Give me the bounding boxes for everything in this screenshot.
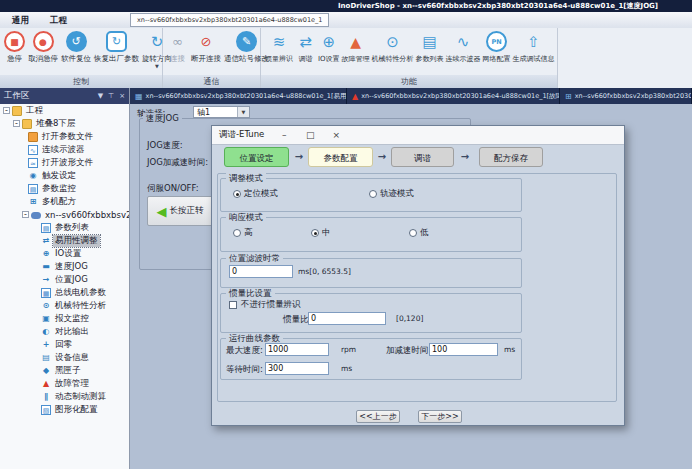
fault-management-button[interactable]: ▲ 故障管理 xyxy=(341,30,371,64)
connect-button[interactable]: ∞ 连接 xyxy=(166,30,189,64)
radio-response-high[interactable] xyxy=(233,229,241,237)
tree-item-homing[interactable]: + 回零 xyxy=(0,338,129,351)
factory-reset-button[interactable]: ↻ 恢复出厂参数 xyxy=(93,30,140,64)
menu-tab-project[interactable]: 工程 xyxy=(44,12,73,28)
tree-item-param-list[interactable]: ▤ 参数列表 xyxy=(0,221,129,234)
tree-item-usability-tuning[interactable]: ⇄ 易用性调整 xyxy=(0,234,129,247)
param-list-button[interactable]: ▤ 参数列表 xyxy=(415,30,445,64)
collapse-icon[interactable]: - xyxy=(13,120,20,127)
cancel-estop-button[interactable]: ● 取消急停 xyxy=(27,30,59,64)
tree-item-label: IO设置 xyxy=(53,248,83,260)
tree-item-param-monitor[interactable]: ▤ 参数监控 xyxy=(0,182,129,195)
inertia-ratio-input[interactable] xyxy=(308,312,386,325)
tree-item-fault-management[interactable]: ▲ 故障管理 xyxy=(0,377,129,390)
inertia-id-button[interactable]: ≋ 惯量辨识 xyxy=(264,30,294,64)
device-icon xyxy=(31,212,41,219)
tree-item-oscilloscope[interactable]: ∿ 连续示波器 xyxy=(0,143,129,156)
tree-item-device-info[interactable]: ▤ 设备信息 xyxy=(0,351,129,364)
tree-item-dynamic-brake-calc[interactable]: ∥ 动态制动测算 xyxy=(0,390,129,403)
collapse-icon[interactable]: - xyxy=(3,107,10,114)
wizard-step-recipe-save[interactable]: 配方保存 xyxy=(479,147,543,167)
maximize-button[interactable]: □ xyxy=(304,130,316,140)
tree-item-graphic-config[interactable]: ▧ 图形化配置 xyxy=(0,403,129,416)
radio-response-mid[interactable] xyxy=(311,229,319,237)
mech-analysis-button[interactable]: ⊙ 机械特性分析 xyxy=(371,30,415,64)
ribbon-button-label: 故障管理 xyxy=(342,54,370,64)
black-box-icon: ◆ xyxy=(41,366,51,376)
positioning-mode-label[interactable]: 定位模式 xyxy=(244,188,278,200)
tree-item-trigger-setting[interactable]: ◉ 触发设定 xyxy=(0,169,129,182)
wait-time-unit: ms xyxy=(341,364,352,373)
tree-item-label: 打开参数文件 xyxy=(40,131,95,143)
collapse-icon[interactable]: - xyxy=(22,211,29,218)
tree-item-open-waveform-file[interactable]: ≈ 打开波形文件 xyxy=(0,156,129,169)
ribbon-button-label: 断开连接 xyxy=(191,54,221,64)
io-setting-button[interactable]: ⊕ IO设置 xyxy=(317,30,341,64)
inertia-id-icon: ≋ xyxy=(269,31,290,52)
wizard-step-position-setting[interactable]: 位置设定 xyxy=(224,147,289,167)
doc-tab-usability-tuning[interactable]: ▦ xn--sv660fxbbxbsv2xbp380xbt20301a6e4-u… xyxy=(130,88,347,104)
software-reset-button[interactable]: ↺ 软件复位 xyxy=(60,30,92,64)
disconnect-button[interactable]: ⊘ 断开连接 xyxy=(190,30,222,64)
pin-icon[interactable]: ⊤ xyxy=(108,92,114,100)
oscilloscope-button[interactable]: ∿ 连续示波器 xyxy=(445,30,482,64)
tree-item-project-root[interactable]: - 工程 xyxy=(0,104,129,117)
tree-item-black-box[interactable]: ◆ 黑匣子 xyxy=(0,364,129,377)
tree-item-bus-motor-params[interactable]: ▦ 总线电机参数 xyxy=(0,286,129,299)
tree-item-label: 堆叠8下层 xyxy=(34,118,77,130)
next-step-button[interactable]: 下一步>> xyxy=(418,410,462,423)
chevron-down-icon[interactable]: ▼ xyxy=(155,64,159,69)
tuning-button[interactable]: ⇄ 调谐 xyxy=(294,30,317,64)
tree-item-io-setting[interactable]: ⊕ IO设置 xyxy=(0,247,129,260)
doc-tab-fault-management[interactable]: ▲ xn--sv660fxbbxbsv2xbp380xbt20301a6e4-u… xyxy=(347,88,560,104)
param-list-icon: ▤ xyxy=(41,223,51,233)
wait-time-input[interactable] xyxy=(265,362,329,375)
tree-item-compare-output[interactable]: ◐ 对比输出 xyxy=(0,325,129,338)
waveform-icon: ≈ xyxy=(28,158,38,168)
tree-item-stack-folder[interactable]: - 堆叠8下层 xyxy=(0,117,129,130)
panel-menu-icon[interactable]: ▼ xyxy=(98,92,103,100)
tree-item-label: 速度JOG xyxy=(53,261,90,273)
skip-inertia-label[interactable]: 不进行惯量辨识 xyxy=(241,299,301,311)
mech-analysis-icon: ⊙ xyxy=(382,31,403,52)
track-mode-label[interactable]: 轨迹模式 xyxy=(380,188,414,200)
network-config-button[interactable]: PN 网络配置 xyxy=(482,30,512,64)
menu-bar: 通用 工程 xn--sv660fxbbxbsv2xbp380xbt20301a6… xyxy=(0,12,692,29)
acc-time-input[interactable] xyxy=(429,343,498,356)
emergency-stop-button[interactable]: ■ 急停 xyxy=(3,30,26,64)
device-context-tab[interactable]: xn--sv660fxbbxbsv2xbp380xbt20301a6e4-u88… xyxy=(130,13,329,27)
tree-item-speed-jog[interactable]: ▬ 速度JOG xyxy=(0,260,129,273)
dialog-titlebar[interactable]: 调谐-ETune – □ × xyxy=(212,126,624,145)
radio-positioning-mode[interactable] xyxy=(233,190,241,198)
tree-item-device-node[interactable]: - xn--sv660fxbbxbsv2xbp380 xyxy=(0,208,129,221)
max-speed-input[interactable] xyxy=(265,343,329,356)
doc-tab-device[interactable]: ⊞ xn--sv660fxbbxbsv2xbp380xbt20301a6e4-u… xyxy=(560,88,692,104)
menu-tab-general[interactable]: 通用 xyxy=(6,12,35,28)
tree-item-message-monitor[interactable]: ▣ 报文监控 xyxy=(0,312,129,325)
tree-item-multi-machine-recipe[interactable]: ⊞ 多机配方 xyxy=(0,195,129,208)
chevron-down-icon[interactable]: ▼ xyxy=(237,107,249,117)
prev-step-button[interactable]: <<上一步 xyxy=(356,410,400,423)
radio-response-low[interactable] xyxy=(409,229,417,237)
wizard-step-tuning[interactable]: 调谐 xyxy=(391,147,454,167)
tree-item-position-jog[interactable]: → 位置JOG xyxy=(0,273,129,286)
response-low-label[interactable]: 低 xyxy=(420,227,429,239)
skip-inertia-checkbox[interactable] xyxy=(229,301,237,309)
close-icon[interactable]: × xyxy=(119,92,125,100)
close-button[interactable]: × xyxy=(330,130,342,140)
radio-track-mode[interactable] xyxy=(369,190,377,198)
gen-debug-info-button[interactable]: ⇧ 生成调试信息 xyxy=(512,30,556,64)
response-high-label[interactable]: 高 xyxy=(244,227,253,239)
tree-item-mech-analysis[interactable]: ⊙ 机械特性分析 xyxy=(0,299,129,312)
wizard-step-param-config[interactable]: 参数配置 xyxy=(308,147,373,167)
minimize-button[interactable]: – xyxy=(278,130,290,140)
tree-item-open-param-file[interactable]: 打开参数文件 xyxy=(0,130,129,143)
brake-calc-icon: ∥ xyxy=(41,392,51,402)
oscilloscope-icon: ∿ xyxy=(28,145,38,155)
jog-forward-button[interactable]: ◀ 长按正转 xyxy=(147,196,213,226)
response-mid-label[interactable]: 中 xyxy=(322,227,331,239)
pos-filter-input[interactable] xyxy=(229,265,293,278)
etune-dialog: 调谐-ETune – □ × 位置设定 → 参数配置 → 调谐 → 配方保存 调… xyxy=(211,125,625,426)
emergency-stop-icon: ■ xyxy=(4,31,25,52)
axis-select-combobox[interactable]: 轴1 ▼ xyxy=(193,106,250,118)
